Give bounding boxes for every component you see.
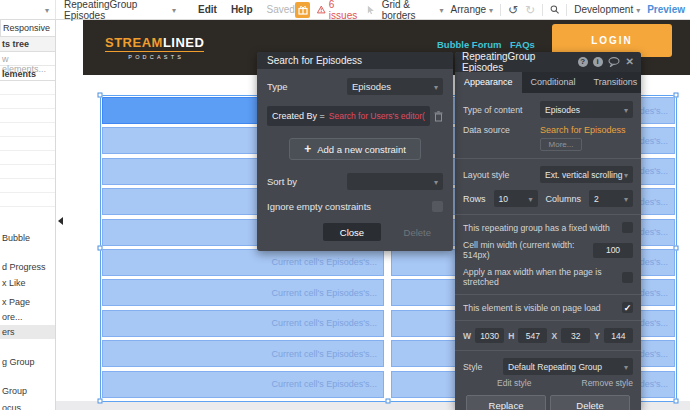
- help-icon[interactable]: ?: [578, 57, 588, 67]
- page-dropdown[interactable]: [0, 0, 56, 19]
- search-icon[interactable]: [550, 4, 559, 15]
- search-dialog-title[interactable]: Search for Episodess: [257, 52, 453, 69]
- trash-icon[interactable]: [434, 111, 443, 122]
- rg-cell-text[interactable]: Current cell's Episodes's...: [102, 249, 384, 276]
- cursor-icon[interactable]: [367, 5, 375, 15]
- constraint-value[interactable]: Search for Users's editor(More...): [329, 111, 425, 121]
- style-label: Style: [463, 362, 487, 372]
- property-editor-title[interactable]: RepeatingGroup Episodes: [462, 52, 573, 73]
- h-label: H: [508, 331, 514, 341]
- chevron-down-icon: [489, 4, 493, 15]
- selection-handle[interactable]: [386, 399, 391, 404]
- type-dropdown[interactable]: Episodes: [347, 78, 443, 95]
- style-dropdown[interactable]: Default Repeating Group: [503, 358, 633, 375]
- menu-help[interactable]: Help: [231, 4, 253, 15]
- redo-icon[interactable]: ↻: [525, 4, 535, 16]
- element-dropdown[interactable]: RepeatingGroup Episodes: [56, 0, 184, 21]
- chevron-down-icon: [624, 170, 628, 180]
- close-button[interactable]: Close: [323, 223, 381, 241]
- nav-bubble-forum[interactable]: Bubble Forum: [437, 39, 501, 50]
- constraint-row[interactable]: Created By = Search for Users's editor(M…: [267, 106, 430, 126]
- undo-icon[interactable]: ↺: [508, 4, 518, 16]
- rows-label: Rows: [463, 194, 486, 204]
- add-constraint-button[interactable]: + Add a new constraint: [289, 138, 421, 160]
- selection-handle[interactable]: [98, 93, 103, 98]
- preview-button[interactable]: Preview: [647, 4, 685, 15]
- more-button[interactable]: More...: [540, 138, 582, 151]
- columns-dropdown[interactable]: 2: [589, 190, 633, 207]
- divider: [455, 294, 641, 295]
- ignore-empty-checkbox[interactable]: [432, 201, 443, 212]
- cell-min-width-input[interactable]: 100: [593, 243, 633, 258]
- selection-handle[interactable]: [674, 246, 679, 251]
- delete-button[interactable]: Delete: [404, 227, 431, 238]
- issues-count: 6 issues: [329, 0, 360, 21]
- elements-tree-item[interactable]: ers: [0, 325, 55, 339]
- data-source-value[interactable]: Search for Episodess: [540, 125, 633, 135]
- constraint-key: Created By =: [272, 111, 325, 121]
- remove-style-link[interactable]: Remove style: [582, 378, 634, 388]
- sort-by-label: Sort by: [267, 176, 297, 187]
- tab-conditional[interactable]: Conditional: [522, 72, 585, 93]
- tab-appearance[interactable]: Appearance: [455, 72, 522, 93]
- nav-faqs[interactable]: FAQs: [510, 39, 535, 50]
- bubble-editor: RepeatingGroup Episodes Edit Help Saved: [0, 0, 690, 410]
- edit-style-link[interactable]: Edit style: [497, 378, 532, 388]
- w-input[interactable]: 1030: [475, 328, 504, 343]
- rg-cell-text[interactable]: Current cell's Episodes's...: [102, 279, 384, 306]
- elements-tree-item[interactable]: x Like: [0, 276, 55, 290]
- replace-button[interactable]: Replace: [466, 395, 546, 410]
- x-input[interactable]: 32: [561, 328, 590, 343]
- type-of-content-label: Type of content: [463, 105, 527, 115]
- visible-checkbox[interactable]: [622, 302, 633, 313]
- type-value: Episodes: [352, 81, 391, 92]
- element-dropdown-label: RepeatingGroup Episodes: [64, 0, 172, 21]
- fixed-width-checkbox[interactable]: [622, 222, 633, 233]
- elements-tree-item[interactable]: g Group: [0, 355, 55, 369]
- saved-status: Saved: [267, 4, 295, 15]
- selection-handle[interactable]: [98, 399, 103, 404]
- chevron-down-icon: [624, 105, 628, 115]
- data-source-label: Data source: [463, 125, 515, 135]
- layout-style-dropdown[interactable]: Ext. vertical scrolling: [540, 166, 633, 183]
- selection-handle[interactable]: [674, 399, 679, 404]
- fixed-width-label: This repeating group has a fixed width: [463, 223, 622, 233]
- warning-icon: [317, 5, 325, 14]
- h-input[interactable]: 547: [518, 328, 547, 343]
- elements-tree-item[interactable]: x Page: [0, 295, 55, 309]
- comment-icon[interactable]: [608, 57, 620, 67]
- cell-min-width-label: Cell min width (current width: 514px): [463, 240, 593, 260]
- elements-tree-item[interactable]: Group: [0, 384, 55, 398]
- rg-cell-text[interactable]: Current cell's Episodes's...: [102, 340, 384, 367]
- x-label: X: [551, 331, 557, 341]
- sidebar-collapse-icon[interactable]: [58, 217, 63, 225]
- arrange-dropdown[interactable]: Arrange: [451, 4, 494, 15]
- tab-transitions[interactable]: Transitions: [585, 72, 641, 93]
- grid-borders-dropdown[interactable]: Grid & borders: [382, 0, 444, 21]
- logo-part1: STREAM: [105, 35, 163, 50]
- chevron-down-icon: [440, 4, 444, 15]
- environment-dropdown[interactable]: Development: [574, 4, 640, 15]
- selection-handle[interactable]: [98, 246, 103, 251]
- menu-edit[interactable]: Edit: [198, 4, 217, 15]
- rg-cell-text[interactable]: Current cell's Episodes's...: [102, 310, 384, 337]
- sort-by-dropdown[interactable]: [347, 173, 443, 190]
- logo-subtitle: PODCASTS: [105, 54, 204, 60]
- selection-handle[interactable]: [674, 93, 679, 98]
- elements-tree-item[interactable]: ore...: [0, 310, 55, 324]
- elements-tree-item[interactable]: d Progress: [0, 260, 55, 274]
- toolbar-separator: [542, 4, 543, 16]
- info-icon[interactable]: i: [593, 57, 603, 67]
- delete-button[interactable]: Delete: [550, 395, 630, 410]
- rows-dropdown[interactable]: 10: [494, 190, 538, 207]
- issues-indicator[interactable]: 6 issues: [317, 0, 360, 21]
- type-of-content-dropdown[interactable]: Episodes: [540, 101, 633, 118]
- arrange-label: Arrange: [451, 4, 487, 15]
- y-input[interactable]: 144: [604, 328, 633, 343]
- max-width-checkbox[interactable]: [622, 272, 633, 283]
- gift-button[interactable]: [295, 2, 310, 18]
- elements-tree-item[interactable]: ocus: [0, 401, 55, 410]
- close-icon[interactable]: ✕: [626, 57, 634, 67]
- elements-tree-item[interactable]: Bubble: [0, 231, 55, 245]
- rg-cell-text[interactable]: Current cell's Episodes's...: [102, 371, 384, 398]
